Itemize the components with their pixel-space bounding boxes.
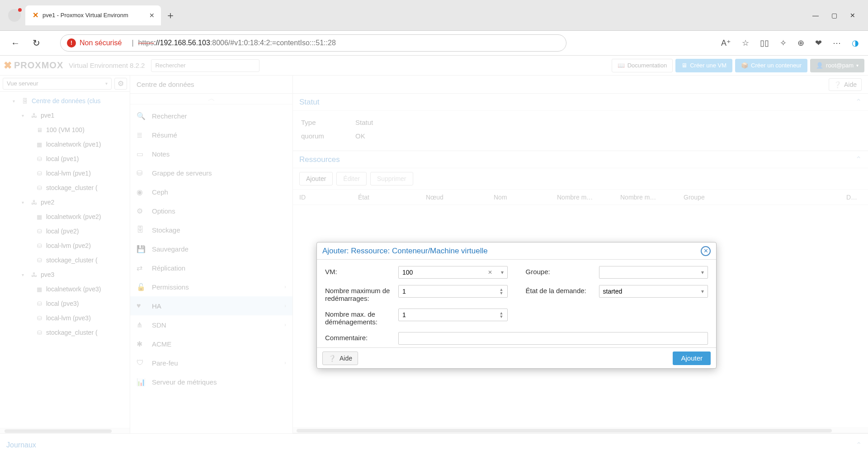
submenu-item-permissions[interactable]: 🔓Permissions› [130, 277, 292, 296]
collapse-icon[interactable]: ⌃ [855, 155, 862, 164]
documentation-button[interactable]: 📖Documentation [612, 59, 673, 72]
group-input[interactable] [603, 269, 702, 276]
tree-node[interactable]: ▾🖧pve1 [0, 108, 130, 123]
col-max-restart[interactable]: Nombre m… [557, 194, 620, 201]
tree-node[interactable]: ▾🖧pve2 [0, 195, 130, 209]
log-panel-footer[interactable]: Journaux ⌃ [0, 433, 868, 456]
tree-node[interactable]: ▾🖧pve3 [0, 267, 130, 282]
col-node[interactable]: Nœud [426, 194, 494, 201]
submenu-item-ha[interactable]: ♥HA› [130, 296, 292, 315]
submenu-item-notes[interactable]: ▭Notes [130, 144, 292, 163]
tree-storage[interactable]: ⛁local (pve3) [0, 296, 130, 311]
expand-icon[interactable]: ⌃ [856, 441, 862, 449]
browser-tab[interactable]: ✕ pve1 - Proxmox Virtual Environm ✕ [25, 5, 161, 25]
max-relocate-input[interactable] [402, 311, 500, 318]
extensions-icon[interactable]: ⊕ [797, 38, 804, 48]
max-relocate-field[interactable]: ▲▼ [398, 309, 508, 321]
col-group[interactable]: Groupe [684, 194, 774, 201]
submenu-item-sdn[interactable]: ⋔SDN› [130, 315, 292, 334]
close-icon[interactable]: ✕ [149, 12, 155, 19]
tree-storage[interactable]: ⛁local-lvm (pve2) [0, 238, 130, 253]
submenu-item-grappe-de-serveurs[interactable]: ⛁Grappe de serveurs [130, 163, 292, 182]
create-vm-button[interactable]: 🖥Créer une VM [675, 59, 732, 72]
vm-input[interactable] [402, 269, 488, 276]
submenu-item-options[interactable]: ⚙Options [130, 201, 292, 220]
modal-close-button[interactable]: ✕ [701, 246, 711, 256]
group-field[interactable]: ▾ [599, 266, 708, 279]
submenu-item-ceph[interactable]: ◉Ceph [130, 182, 292, 201]
col-state[interactable]: État [358, 194, 426, 201]
content-hscrollbar[interactable] [293, 428, 868, 433]
help-button[interactable]: ❔Aide [829, 78, 862, 91]
collections-icon[interactable]: ✧ [780, 38, 787, 48]
chevron-down-icon[interactable]: ▾ [701, 269, 704, 276]
chevron-down-icon[interactable]: ▾ [501, 269, 504, 276]
read-aloud-icon[interactable]: A⁺ [721, 38, 731, 48]
submenu-item-r-sum-[interactable]: ≣Résumé [130, 125, 292, 144]
more-icon[interactable]: ⋯ [833, 38, 841, 48]
comment-field[interactable] [398, 332, 708, 345]
vm-field[interactable]: ✕ ▾ [398, 266, 508, 279]
modal-help-button[interactable]: ❔Aide [322, 352, 358, 365]
state-input[interactable] [603, 288, 702, 295]
tree-network[interactable]: ▦localnetwork (pve2) [0, 209, 130, 224]
favorite-icon[interactable]: ☆ [742, 38, 749, 48]
resource-tree[interactable]: ▾🗄Centre de données (clus ▾🖧pve1 🖥100 (V… [0, 92, 130, 428]
collapse-icon[interactable]: ⌃ [855, 97, 862, 107]
split-screen-icon[interactable]: ▯▯ [760, 38, 769, 48]
tree-storage[interactable]: ⛁local (pve1) [0, 152, 130, 166]
tree-storage[interactable]: ⛁local-lvm (pve1) [0, 166, 130, 180]
spinner-down-icon[interactable]: ▼ [500, 291, 504, 295]
profile-avatar[interactable] [8, 9, 21, 22]
submenu-item-acme[interactable]: ✱ACME [130, 334, 292, 353]
tree-storage[interactable]: ⛁stockage_cluster ( [0, 180, 130, 195]
user-menu-button[interactable]: 👤root@pam▾ [810, 59, 864, 72]
col-max-relocate[interactable]: Nombre m… [620, 194, 684, 201]
col-name[interactable]: Nom [494, 194, 557, 201]
submenu-item-pare-feu[interactable]: 🛡Pare-feu› [130, 353, 292, 372]
col-desc[interactable]: D… [774, 194, 862, 201]
max-restart-field[interactable]: ▲▼ [398, 285, 508, 298]
submenu-collapse[interactable]: ︿ [130, 94, 292, 104]
copilot-icon[interactable]: ◑ [852, 38, 859, 48]
clear-icon[interactable]: ✕ [488, 269, 492, 276]
back-button[interactable]: ← [11, 38, 20, 48]
shield-icon[interactable]: ❤ [815, 38, 822, 48]
view-selector[interactable]: Vue serveur ▾ [3, 78, 112, 90]
close-window-icon[interactable]: ✕ [850, 12, 855, 19]
tree-datacenter[interactable]: ▾🗄Centre de données (clus [0, 94, 130, 108]
url-path: :8006/#v1:0:18:4:2:=contentIso:::51::28 [210, 39, 336, 47]
max-restart-input[interactable] [402, 288, 500, 295]
comment-input[interactable] [402, 335, 704, 342]
create-ct-button[interactable]: 📦Créer un conteneur [735, 59, 807, 72]
submenu-item-rechercher[interactable]: 🔍Rechercher [130, 106, 292, 125]
submenu-item-serveur-de-m-triques[interactable]: 📊Serveur de métriques [130, 372, 292, 391]
sidebar-hscrollbar[interactable] [0, 428, 130, 433]
submenu-item-stockage[interactable]: 🗄Stockage [130, 220, 292, 239]
spinner-down-icon[interactable]: ▼ [500, 315, 504, 318]
tree-network[interactable]: ▦localnetwork (pve1) [0, 137, 130, 152]
sidebar-settings-button[interactable]: ⚙ [114, 78, 127, 90]
col-id[interactable]: ID [299, 194, 358, 201]
disk-icon: ⛁ [35, 315, 43, 322]
maximize-icon[interactable]: ▢ [831, 12, 837, 19]
new-tab-button[interactable]: ＋ [165, 9, 175, 22]
address-bar[interactable]: ! Non sécurisé | https ://192.168.56.103… [60, 34, 566, 52]
tree-storage[interactable]: ⛁local-lvm (pve3) [0, 311, 130, 325]
add-resource-button[interactable]: Ajouter [299, 172, 333, 185]
modal-submit-button[interactable]: Ajouter [673, 352, 711, 365]
edit-resource-button[interactable]: Éditer [336, 172, 367, 185]
remove-resource-button[interactable]: Supprimer [370, 172, 413, 185]
refresh-button[interactable]: ↻ [33, 38, 40, 48]
tree-storage[interactable]: ⛁stockage_cluster ( [0, 253, 130, 267]
tree-storage[interactable]: ⛁local (pve2) [0, 224, 130, 238]
global-search-input[interactable] [151, 59, 259, 72]
tree-storage[interactable]: ⛁stockage_cluster ( [0, 325, 130, 340]
state-field[interactable]: ▾ [599, 285, 708, 298]
minimize-icon[interactable]: — [812, 12, 819, 19]
submenu-item-sauvegarde[interactable]: 💾Sauvegarde [130, 239, 292, 258]
tree-network[interactable]: ▦localnetwork (pve3) [0, 282, 130, 296]
submenu-item-r-plication[interactable]: ⇄Réplication [130, 258, 292, 277]
tree-vm[interactable]: 🖥100 (VM 100) [0, 123, 130, 137]
chevron-down-icon[interactable]: ▾ [701, 288, 704, 294]
